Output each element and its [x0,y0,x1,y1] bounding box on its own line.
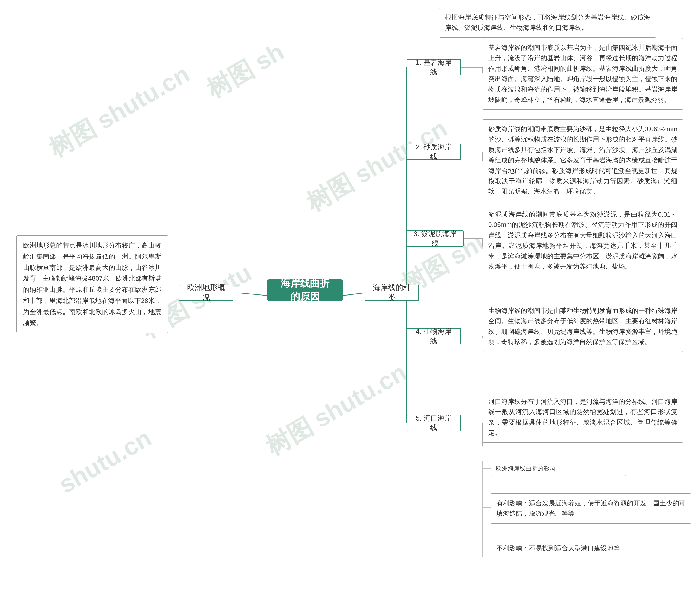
right-main-node: 海岸线的种类 [365,285,419,301]
type3-desc: 淤泥质海岸线的潮间带底质基本为粉沙淤泥，是由粒径为0.01～0.05mm的泥沙沉… [482,205,683,276]
watermark-8: shutu.cn [54,424,156,499]
svg-line-1 [343,293,365,295]
type1-desc: 基岩海岸线的潮间带底质以基岩为主，是由第四纪冰川后期海平面上升，淹没了沿岸的基岩… [482,38,683,110]
type5-label: 5. 河口海岸线 [407,415,461,431]
type5-sub3: 不利影响：不易找到适合大型港口建设地等。 [491,540,691,557]
type4-desc: 生物海岸线的潮间带是由某种生物特别发育而形成的一种特殊海岸空间。生物海岸线多分布… [482,301,683,352]
type5-sub2: 有利影响：适合发展近海养殖，便于近海资源的开发，国土少的可填海造陆，旅游观光。等… [491,493,691,524]
type5-desc: 河口海岸线分布于河流入海口，是河流与海洋的分界线。河口海岸线一般从河流入海河口区… [482,392,683,443]
canvas: 树图 shutu.cn 树图 sh 树图 shutu.cn 树图 shutu 树… [0,0,694,616]
type2-label: 2. 砂质海岸线 [407,144,461,160]
type4-label: 4. 生物海岸线 [407,328,461,344]
watermark-1: 树图 shutu.cn [43,58,196,165]
watermark-2: 树图 sh [201,36,290,106]
type5-sub1: 欧洲海岸线曲折的影响 [491,461,626,476]
central-node: 海岸线曲折的原因 [267,279,343,301]
type2-desc: 砂质海岸线的潮间带底质主要为沙砾，是由粒径大小为0.063-2mm 的沙、砾等沉… [482,119,683,201]
watermark-3: 树图 shutu.cn [300,112,453,219]
type1-label: 1. 基岩海岸线 [407,59,461,75]
watermark-7: 树图 shutu.cn [260,356,412,463]
intro-text: 根据海岸底质特征与空间形态，可将海岸线划分为基岩海岸线、砂质海岸线、淤泥质海岸线… [439,7,656,38]
type3-label: 3. 淤泥质海岸线 [407,231,463,247]
left-desc: 欧洲地形总的特点是冰川地形分布较广，高山峻岭汇集南部。是平均海拔最低的一洲。阿尔… [16,235,168,333]
svg-line-0 [239,293,267,295]
left-main-node: 欧洲地形概况 [179,285,233,301]
